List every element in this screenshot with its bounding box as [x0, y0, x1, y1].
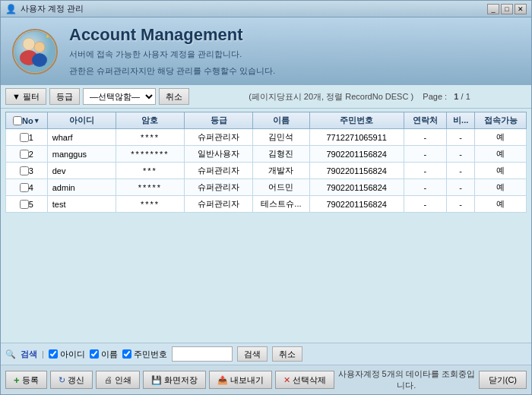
svg-text:★: ★: [15, 34, 21, 41]
check-jumin-group[interactable]: 주민번호: [122, 349, 167, 360]
check-name-label: 이름: [101, 349, 118, 360]
grade-button[interactable]: 등급: [49, 88, 80, 105]
cell-no: 5: [6, 196, 48, 213]
cell-grade: 일반사용자: [185, 146, 253, 163]
cell-grade: 슈퍼관리자: [185, 129, 253, 146]
cell-extra: -: [446, 179, 474, 196]
minimize-button[interactable]: _: [487, 4, 499, 14]
cell-access: 예: [475, 129, 527, 146]
toolbar: ▼ 필터 등급 —선택않함— 슈퍼관리자 일반사용자 취소 (페이지당표시 20…: [1, 85, 531, 109]
cell-id: wharf: [47, 129, 116, 146]
plus-icon: +: [14, 374, 20, 386]
svg-point-1: [23, 38, 35, 50]
col-header-no: No▼: [6, 112, 48, 129]
cell-grade: 슈퍼관리자: [185, 163, 253, 179]
row-checkbox[interactable]: [20, 150, 29, 159]
close-button[interactable]: 닫기(C): [479, 371, 527, 389]
close-window-button[interactable]: ✕: [515, 4, 527, 14]
separator1: |: [42, 349, 44, 359]
send-icon: 📤: [217, 375, 228, 385]
cell-tel: -: [404, 196, 446, 213]
check-name-group[interactable]: 이름: [90, 349, 118, 360]
cell-grade: 슈퍼관리자: [185, 179, 253, 196]
delete-label: 선택삭제: [293, 374, 326, 386]
cell-pw: ********: [116, 146, 184, 163]
check-jumin-label: 주민번호: [134, 349, 167, 360]
grade-select[interactable]: —선택않함— 슈퍼관리자 일반사용자: [83, 88, 156, 105]
delete-selected-button[interactable]: ✕ 선택삭제: [275, 371, 334, 389]
row-checkbox[interactable]: [20, 183, 29, 192]
check-name-checkbox[interactable]: [90, 349, 99, 359]
table-row[interactable]: 2 manggus ******** 일반사용자 김형진 79022011568…: [6, 146, 527, 163]
cell-extra: -: [446, 146, 474, 163]
bottom-toolbar: + 등록 ↻ 갱신 🖨 인쇄 💾 화면저장 📤 내보내기 ✕ 선택삭제 사용자계…: [1, 365, 531, 394]
cell-tel: -: [404, 163, 446, 179]
cell-pw: *****: [116, 179, 184, 196]
table-row[interactable]: 4 admin ***** 슈퍼관리자 어드민 7902201156824 - …: [6, 179, 527, 196]
page-total: 1: [466, 92, 470, 101]
maximize-button[interactable]: □: [501, 4, 513, 14]
search-link[interactable]: 검색: [21, 349, 37, 360]
table-row[interactable]: 1 wharf **** 슈퍼관리자 김민석 7712271065911 - -…: [6, 129, 527, 146]
cell-extra: -: [446, 129, 474, 146]
cell-name: 김민석: [253, 129, 310, 146]
cell-tel: -: [404, 179, 446, 196]
cell-access: 예: [475, 179, 527, 196]
cancel-search-button[interactable]: 취소: [272, 346, 302, 362]
cell-access: 예: [475, 196, 527, 213]
avatar-image: ★ ★: [12, 29, 58, 74]
page-current: 1: [454, 92, 458, 101]
header-desc-line1: 서버에 접속 가능한 사용자 계정을 관리합니다.: [69, 48, 520, 62]
filter-button[interactable]: ▼ 필터: [5, 88, 46, 105]
header-desc-line2: 관한은 슈퍼관리자지만 해당 관리를 수행할수 있습니다.: [69, 65, 520, 78]
cell-name: 테스트슈...: [253, 196, 310, 213]
refresh-button[interactable]: ↻ 갱신: [50, 371, 93, 389]
cell-id: dev: [47, 163, 116, 179]
svg-point-4: [32, 53, 47, 67]
window-icon: 👤: [5, 4, 17, 14]
cell-access: 예: [475, 163, 527, 179]
cell-no: 4: [6, 179, 48, 196]
cell-jumin: 7902201156824: [309, 163, 404, 179]
search-icon: 🔍: [5, 349, 16, 359]
check-id-group[interactable]: 아이디: [49, 349, 85, 360]
check-id-checkbox[interactable]: [49, 349, 58, 359]
save-icon: 💾: [151, 375, 162, 385]
table-row[interactable]: 3 dev *** 슈퍼관리자 개발자 7902201156824 - - 예: [6, 163, 527, 179]
cell-no: 2: [6, 146, 48, 163]
search-button[interactable]: 검색: [237, 346, 268, 362]
cell-id: test: [47, 196, 116, 213]
row-checkbox[interactable]: [20, 200, 29, 209]
main-window: 👤 사용자 계정 관리 _ □ ✕: [0, 0, 532, 395]
cell-id: admin: [47, 179, 116, 196]
status-text: 사용자계정 5개의 데이타를 조회중입니다.: [337, 368, 476, 391]
svg-text:★: ★: [46, 34, 49, 39]
cell-pw: ***: [116, 163, 184, 179]
header-section: ★ ★ Account Management 서버에 접속 가능한 사용자 계정…: [1, 17, 531, 85]
cell-no: 3: [6, 163, 48, 179]
table-row[interactable]: 5 test **** 슈퍼관리자 테스트슈... 7902201156824 …: [6, 196, 527, 213]
cell-extra: -: [446, 196, 474, 213]
select-all-checkbox[interactable]: [13, 116, 22, 125]
cancel-filter-button[interactable]: 취소: [159, 88, 189, 105]
row-checkbox[interactable]: [20, 133, 29, 142]
check-jumin-checkbox[interactable]: [122, 349, 131, 359]
print-button[interactable]: 🖨 인쇄: [96, 371, 140, 389]
cell-name: 김형진: [253, 146, 310, 163]
cell-extra: -: [446, 163, 474, 179]
row-checkbox[interactable]: [20, 166, 29, 175]
print-icon: 🖨: [104, 375, 112, 384]
bottom-search: 🔍 검색 | 아이디 이름 주민번호 검색 취소: [1, 343, 531, 365]
data-table: No▼ 아이디 암호 등급 이름 주민번호 연락처 비... 접속가능 1: [5, 112, 527, 213]
header-text: Account Management 서버에 접속 가능한 사용자 계정을 관리…: [69, 25, 520, 77]
save-label: 화면저장: [164, 374, 198, 386]
search-input[interactable]: [172, 346, 233, 362]
col-header-id[interactable]: 아이디: [47, 112, 116, 129]
register-button[interactable]: + 등록: [5, 371, 47, 389]
cell-access: 예: [475, 146, 527, 163]
cell-jumin: 7902201156824: [309, 146, 404, 163]
cell-jumin: 7712271065911: [309, 129, 404, 146]
save-screen-button[interactable]: 💾 화면저장: [143, 371, 206, 389]
window-title: 사용자 계정 관리: [21, 3, 84, 14]
export-button[interactable]: 📤 내보내기: [209, 371, 272, 389]
